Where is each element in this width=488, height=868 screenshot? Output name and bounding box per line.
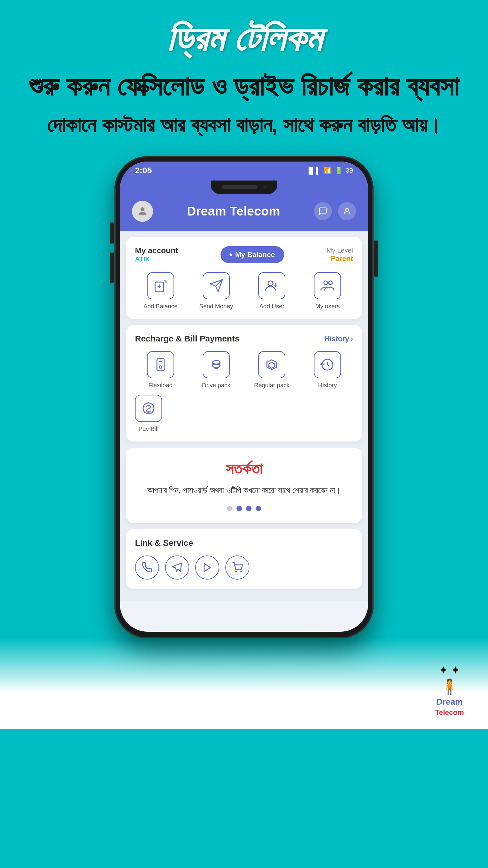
action-item-my-users[interactable]: My users bbox=[302, 272, 353, 310]
play-icon bbox=[202, 562, 213, 573]
recharge-card: Recharge & Bill Payments History › bbox=[126, 325, 362, 441]
pay-bill-icon-box bbox=[135, 395, 162, 422]
service-item-history[interactable]: History bbox=[302, 351, 353, 389]
cart-link-icon[interactable] bbox=[225, 555, 250, 580]
signal-icon: ▐▌▌ bbox=[306, 167, 321, 175]
account-label: My account bbox=[135, 246, 178, 255]
tagline-main: শুরু করুন ফেক্সিলোড ও ড্রাইভ রিচার্জ করা… bbox=[29, 70, 458, 102]
svg-marker-14 bbox=[269, 362, 275, 368]
notch-area bbox=[120, 180, 368, 195]
drive-pack-icon-box bbox=[203, 351, 230, 378]
link-icons-row bbox=[135, 555, 353, 580]
taka-icon: ৳ bbox=[230, 251, 232, 258]
service-item-drive-pack[interactable]: Drive pack bbox=[191, 351, 242, 389]
front-camera bbox=[262, 185, 267, 190]
warning-text: আপনার পিন, পাসওয়ার্ড অথবা ওটিপি কখনো কা… bbox=[135, 484, 353, 497]
service-item-pay-bill[interactable]: Pay Bill bbox=[135, 395, 162, 433]
flexiload-icon-box: ৳ bbox=[147, 351, 174, 378]
add-balance-icon-box bbox=[147, 272, 174, 299]
avatar[interactable] bbox=[132, 201, 153, 222]
action-grid: Add Balance Send Money bbox=[135, 272, 353, 310]
recharge-title: Recharge & Bill Payments bbox=[135, 334, 239, 344]
add-user-icon bbox=[264, 278, 279, 293]
link-service-title: Link & Service bbox=[135, 538, 353, 548]
action-item-add-balance[interactable]: Add Balance bbox=[135, 272, 186, 310]
add-user-icon-box bbox=[258, 272, 285, 299]
dot-3[interactable] bbox=[246, 506, 252, 511]
logo-telecom-text: Telecom bbox=[435, 708, 464, 717]
status-bar: 2:05 ▐▌▌ 📶 🔋 39 bbox=[120, 161, 368, 180]
level-info: My Level Parent bbox=[327, 247, 353, 263]
svg-point-0 bbox=[140, 207, 144, 211]
phone-mockup: 2:05 ▐▌▌ 📶 🔋 39 bbox=[115, 156, 373, 638]
svg-point-3 bbox=[268, 281, 273, 286]
dot-2[interactable] bbox=[236, 506, 242, 511]
phone-link-icon[interactable] bbox=[135, 555, 159, 580]
my-users-label: My users bbox=[315, 303, 340, 310]
vol-up-button bbox=[110, 222, 114, 244]
recharge-section-header: Recharge & Bill Payments History › bbox=[135, 334, 353, 344]
bottom-area: ✦ ✦ 🧍 Dream Telecom bbox=[0, 638, 488, 729]
action-item-add-user[interactable]: Add User bbox=[247, 272, 298, 310]
drive-pack-label: Drive pack bbox=[202, 382, 230, 389]
service-item-regular-pack[interactable]: Regular pack bbox=[247, 351, 298, 389]
pay-bill-icon bbox=[141, 401, 156, 415]
history-label: History bbox=[318, 382, 337, 389]
telegram-link-icon[interactable] bbox=[165, 555, 189, 580]
pay-bill-label: Pay Bill bbox=[138, 426, 159, 433]
header-icons bbox=[314, 202, 356, 220]
svg-point-10 bbox=[213, 364, 220, 368]
flexiload-label: Flexiload bbox=[149, 382, 173, 389]
carousel-dots bbox=[135, 506, 353, 511]
user-avatar-icon bbox=[136, 205, 149, 217]
balance-label: My Balance bbox=[235, 250, 275, 259]
service-grid: ৳ Flexiload bbox=[135, 351, 353, 389]
profile-icon[interactable] bbox=[338, 202, 356, 220]
screen-content: My account ATIK ৳ My Balance My Level Pa… bbox=[120, 231, 368, 601]
chevron-right-icon: › bbox=[351, 335, 353, 343]
profile-circle-icon bbox=[343, 207, 352, 216]
history-icon-box bbox=[314, 351, 341, 378]
send-money-icon-box bbox=[203, 272, 230, 299]
status-time: 2:05 bbox=[135, 166, 152, 176]
service-item-flexiload[interactable]: ৳ Flexiload bbox=[135, 351, 186, 389]
history-link[interactable]: History › bbox=[324, 335, 353, 343]
cart-icon bbox=[232, 562, 243, 573]
tagline-sub: দোকানে কাস্টমার আর ব্যবসা বাড়ান, সাথে ক… bbox=[47, 112, 441, 138]
drive-pack-icon bbox=[209, 358, 224, 372]
footer-logo: ✦ ✦ 🧍 Dream Telecom bbox=[435, 664, 464, 717]
play-link-icon[interactable] bbox=[195, 555, 219, 580]
my-users-icon bbox=[320, 278, 335, 293]
phone-icon bbox=[141, 562, 153, 573]
warning-card: সতর্কতা আপনার পিন, পাসওয়ার্ড অথবা ওটিপি… bbox=[126, 447, 362, 523]
dot-4[interactable] bbox=[256, 506, 261, 511]
app-header-title: Dream Telecom bbox=[187, 204, 280, 218]
svg-point-18 bbox=[235, 571, 236, 572]
dot-1[interactable] bbox=[227, 506, 232, 511]
svg-text:৳: ৳ bbox=[158, 363, 160, 367]
extra-services-row: Pay Bill bbox=[135, 395, 353, 433]
vol-down-button bbox=[110, 253, 114, 283]
flexiload-icon: ৳ bbox=[153, 358, 168, 372]
chat-icon bbox=[318, 207, 327, 216]
add-user-label: Add User bbox=[259, 303, 284, 310]
add-balance-label: Add Balance bbox=[143, 303, 177, 310]
phone-screen: 2:05 ▐▌▌ 📶 🔋 39 bbox=[120, 161, 368, 632]
warning-title: সতর্কতা bbox=[135, 460, 353, 478]
history-clock-icon bbox=[320, 358, 335, 372]
svg-point-5 bbox=[329, 281, 332, 284]
level-value: Parent bbox=[327, 254, 353, 263]
power-button bbox=[374, 241, 378, 277]
svg-point-19 bbox=[241, 571, 241, 572]
message-icon[interactable] bbox=[314, 202, 332, 220]
regular-pack-icon bbox=[264, 358, 279, 372]
svg-marker-17 bbox=[204, 564, 210, 572]
balance-badge[interactable]: ৳ My Balance bbox=[221, 246, 284, 263]
account-info: My account ATIK bbox=[135, 246, 178, 263]
svg-point-4 bbox=[324, 281, 327, 284]
account-card: My account ATIK ৳ My Balance My Level Pa… bbox=[126, 237, 362, 319]
logo-figure: 🧍 bbox=[440, 678, 459, 695]
wifi-icon: 📶 bbox=[324, 167, 332, 175]
action-item-send-money[interactable]: Send Money bbox=[191, 272, 242, 310]
telegram-icon bbox=[172, 562, 183, 573]
